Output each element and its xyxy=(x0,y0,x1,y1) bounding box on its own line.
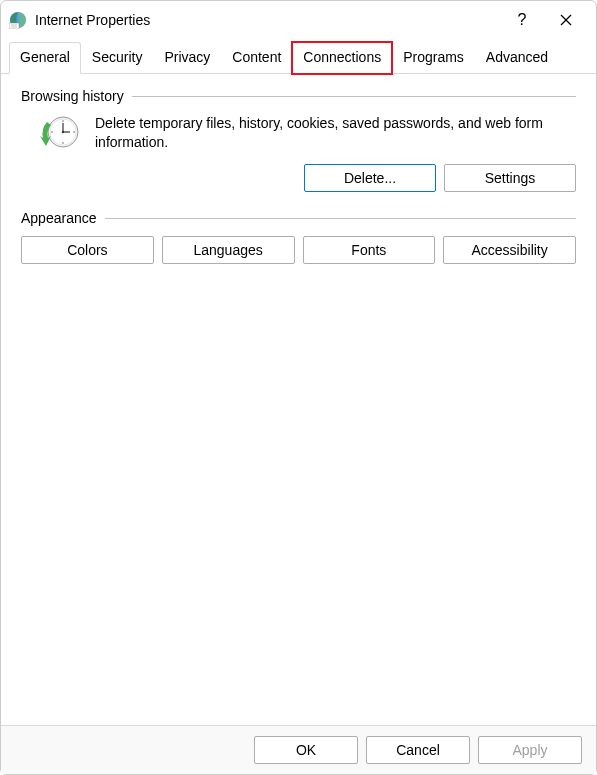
close-button[interactable] xyxy=(544,5,588,35)
languages-button[interactable]: Languages xyxy=(162,236,295,264)
tab-advanced[interactable]: Advanced xyxy=(475,42,559,74)
tab-security[interactable]: Security xyxy=(81,42,154,74)
tab-content[interactable]: Content xyxy=(221,42,292,74)
svg-point-11 xyxy=(62,120,64,122)
group-label-appearance: Appearance xyxy=(21,210,105,226)
divider xyxy=(132,96,576,97)
group-appearance: Appearance Colors Languages Fonts Access… xyxy=(21,210,576,264)
colors-button[interactable]: Colors xyxy=(21,236,154,264)
tab-panel-general: Browsing history xyxy=(1,74,596,725)
titlebar: Internet Properties ? xyxy=(1,1,596,37)
apply-button[interactable]: Apply xyxy=(478,736,582,764)
help-button[interactable]: ? xyxy=(500,5,544,35)
fonts-button[interactable]: Fonts xyxy=(303,236,436,264)
divider xyxy=(105,218,576,219)
delete-button[interactable]: Delete... xyxy=(304,164,436,192)
svg-point-13 xyxy=(51,131,53,133)
svg-point-12 xyxy=(62,142,64,144)
tab-programs[interactable]: Programs xyxy=(392,42,475,74)
browsing-history-description: Delete temporary files, history, cookies… xyxy=(95,114,576,152)
svg-point-14 xyxy=(73,131,75,133)
internet-options-icon xyxy=(9,11,27,29)
tabstrip: General Security Privacy Content Connect… xyxy=(1,37,596,74)
group-label-browsing-history: Browsing history xyxy=(21,88,132,104)
tab-general[interactable]: General xyxy=(9,42,81,74)
tab-privacy[interactable]: Privacy xyxy=(153,42,221,74)
group-browsing-history: Browsing history xyxy=(21,88,576,192)
window-title: Internet Properties xyxy=(35,12,500,28)
dialog-footer: OK Cancel Apply xyxy=(1,725,596,774)
tab-connections[interactable]: Connections xyxy=(292,42,392,74)
settings-button[interactable]: Settings xyxy=(444,164,576,192)
internet-properties-dialog: Internet Properties ? General Security P… xyxy=(0,0,597,775)
accessibility-button[interactable]: Accessibility xyxy=(443,236,576,264)
cancel-button[interactable]: Cancel xyxy=(366,736,470,764)
svg-rect-1 xyxy=(9,23,19,29)
ok-button[interactable]: OK xyxy=(254,736,358,764)
svg-point-10 xyxy=(62,131,64,133)
history-clock-icon xyxy=(39,114,81,152)
